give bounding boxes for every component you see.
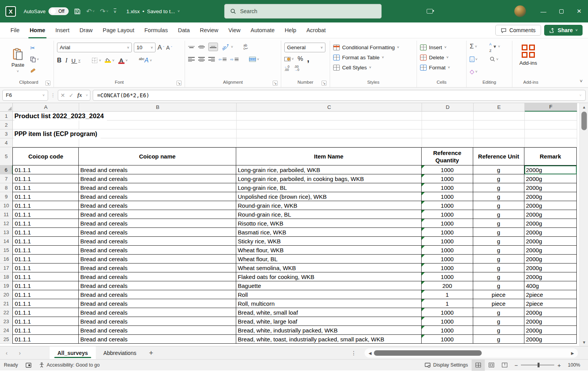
cell-E25[interactable]: g: [473, 335, 524, 344]
percent-style-button[interactable]: %: [297, 55, 303, 63]
column-header-C[interactable]: C: [237, 103, 422, 112]
cell-B23[interactable]: Bread and cereals: [79, 317, 236, 326]
zoom-level-button[interactable]: 100%: [564, 360, 586, 371]
cell-F18[interactable]: 2000g: [524, 272, 577, 281]
cell-E1[interactable]: [474, 112, 525, 121]
decrease-font-size-button[interactable]: Aˇ: [166, 43, 172, 52]
scroll-right-icon[interactable]: ▶: [569, 351, 576, 355]
row-header-1[interactable]: 1: [0, 112, 13, 121]
row-header-16[interactable]: 16: [0, 255, 13, 264]
cell-D16[interactable]: 1000: [422, 255, 473, 264]
cell-B17[interactable]: Bread and cereals: [79, 264, 236, 272]
cell-E21[interactable]: piece: [473, 299, 524, 308]
cell-C17[interactable]: Wheat semolina, WKB: [236, 264, 422, 272]
row-header-20[interactable]: 20: [0, 290, 13, 299]
tab-file[interactable]: File: [5, 22, 24, 38]
cell-D13[interactable]: 1000: [422, 228, 473, 237]
autosum-button[interactable]: Σ˅: [470, 42, 489, 51]
cell-F14[interactable]: 2000g: [524, 237, 577, 246]
cell-A9[interactable]: 01.1.1: [12, 192, 79, 201]
comments-button[interactable]: Comments: [495, 25, 541, 36]
zoom-in-button[interactable]: +: [557, 362, 561, 369]
cell-B15[interactable]: Bread and cereals: [79, 246, 236, 255]
cell-D17[interactable]: 1000: [422, 264, 473, 272]
bold-button[interactable]: B: [57, 56, 62, 65]
row-header-5[interactable]: 5: [0, 147, 13, 165]
cell-F12[interactable]: 2000g: [524, 219, 577, 228]
save-button[interactable]: [74, 8, 81, 15]
table-header-C5[interactable]: Item Name: [236, 147, 422, 165]
cell-C1[interactable]: [237, 112, 422, 121]
format-as-table-button[interactable]: Format as Table ˅: [333, 52, 384, 62]
cell-A17[interactable]: 01.1.1: [12, 264, 79, 272]
merge-center-button[interactable]: ˅: [249, 55, 259, 64]
page-break-view-button[interactable]: [498, 360, 511, 371]
cell-C20[interactable]: Roll: [236, 290, 422, 299]
tab-page-layout[interactable]: Page Layout: [98, 22, 139, 38]
cell-E18[interactable]: g: [473, 272, 524, 281]
find-select-button[interactable]: ˅: [489, 55, 509, 64]
format-painter-button[interactable]: [30, 66, 39, 75]
table-header-F5[interactable]: Remark: [524, 147, 577, 165]
cell-C7[interactable]: Long-grain rice, parboiled, in cooking b…: [236, 174, 422, 183]
cell-F7[interactable]: 2000g: [524, 174, 577, 183]
search-input[interactable]: [240, 8, 356, 14]
increase-indent-button[interactable]: ⇨: [230, 55, 238, 64]
decrease-decimal-button[interactable]: .00→0: [294, 64, 299, 72]
cell-D4[interactable]: [422, 138, 474, 147]
cell-B4[interactable]: [79, 138, 237, 147]
cell-C14[interactable]: Sticky rice, WKB: [236, 237, 422, 246]
cell-A13[interactable]: 01.1.1: [12, 228, 79, 237]
cell-B10[interactable]: Bread and cereals: [79, 201, 236, 210]
new-sheet-button[interactable]: +: [144, 346, 158, 359]
cell-D14[interactable]: 1000: [422, 237, 473, 246]
cell-B19[interactable]: Bread and cereals: [79, 281, 236, 290]
cell-A11[interactable]: 01.1.1: [12, 210, 79, 219]
horizontal-scroll-thumb[interactable]: [374, 350, 482, 356]
fill-handle[interactable]: [575, 173, 577, 174]
tab-data[interactable]: Data: [173, 22, 195, 38]
row-header-6[interactable]: 6: [0, 165, 13, 174]
align-left-button[interactable]: [188, 55, 195, 64]
name-box[interactable]: F6 ˅: [2, 90, 48, 101]
tab-acrobat[interactable]: Acrobat: [301, 22, 331, 38]
cell-A7[interactable]: 01.1.1: [12, 174, 79, 183]
row-header-3[interactable]: 3: [0, 129, 13, 138]
cell-D1[interactable]: [422, 112, 474, 121]
cell-D21[interactable]: 1: [422, 299, 473, 308]
row-header-2[interactable]: 2: [0, 121, 13, 129]
increase-font-size-button[interactable]: Aˆ: [157, 43, 164, 52]
cell-F11[interactable]: 2000g: [524, 210, 577, 219]
row-header-18[interactable]: 18: [0, 272, 13, 281]
macro-record-button[interactable]: [22, 360, 35, 371]
cell-F6[interactable]: 2000g: [524, 165, 577, 174]
column-header-E[interactable]: E: [474, 103, 525, 112]
cell-D19[interactable]: 200: [422, 281, 473, 290]
delete-cells-button[interactable]: Delete ˅: [420, 52, 448, 62]
scroll-up-icon[interactable]: ▲: [580, 104, 588, 111]
cell-D22[interactable]: 1000: [422, 308, 473, 317]
cell-E15[interactable]: g: [473, 246, 524, 255]
sheet-tab-abbreviations[interactable]: Abbreviations: [96, 346, 144, 359]
cell-B7[interactable]: Bread and cereals: [79, 174, 236, 183]
cell-D3[interactable]: [422, 129, 474, 138]
cell-B21[interactable]: Bread and cereals: [79, 299, 236, 308]
cell-C2[interactable]: [237, 121, 422, 129]
cell-E3[interactable]: [474, 129, 525, 138]
cell-E9[interactable]: g: [473, 192, 524, 201]
row-header-25[interactable]: 25: [0, 335, 13, 344]
cell-F4[interactable]: [525, 138, 577, 147]
cell-A14[interactable]: 01.1.1: [12, 237, 79, 246]
number-dialog-launcher[interactable]: ↘: [322, 81, 327, 86]
row-header-24[interactable]: 24: [0, 326, 13, 335]
cell-A19[interactable]: 01.1.1: [12, 281, 79, 290]
column-header-B[interactable]: B: [79, 103, 237, 112]
cell-B24[interactable]: Bread and cereals: [79, 326, 236, 335]
tab-automate[interactable]: Automate: [246, 22, 280, 38]
cell-B16[interactable]: Bread and cereals: [79, 255, 236, 264]
cell-C19[interactable]: Baguette: [236, 281, 422, 290]
collapse-ribbon-button[interactable]: ˅: [579, 78, 583, 84]
cell-A6[interactable]: 01.1.1: [12, 165, 79, 174]
table-header-D5[interactable]: Reference Quantity: [422, 147, 473, 165]
table-header-A5[interactable]: Coicop code: [12, 147, 79, 165]
